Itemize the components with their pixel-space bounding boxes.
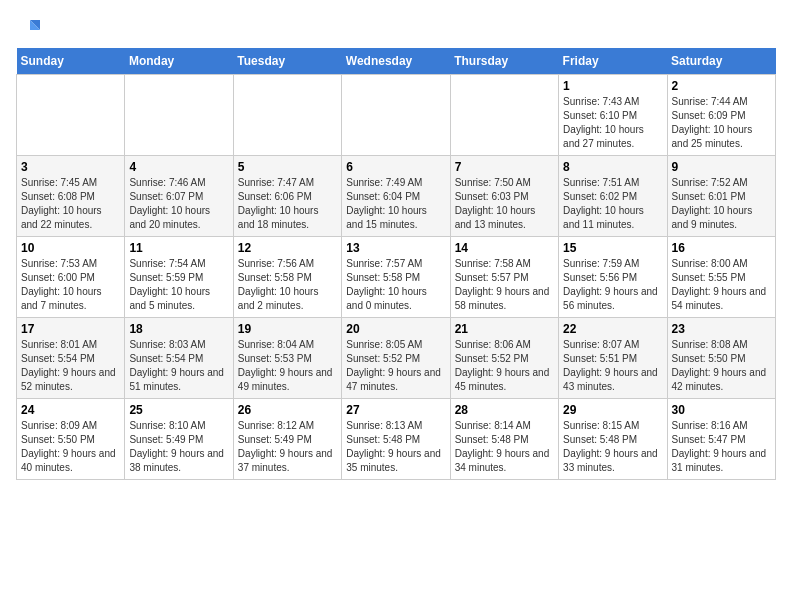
day-info: Sunrise: 7:54 AM Sunset: 5:59 PM Dayligh… <box>129 257 228 313</box>
day-number: 7 <box>455 160 554 174</box>
calendar-cell: 12Sunrise: 7:56 AM Sunset: 5:58 PM Dayli… <box>233 237 341 318</box>
day-info: Sunrise: 8:07 AM Sunset: 5:51 PM Dayligh… <box>563 338 662 394</box>
day-number: 14 <box>455 241 554 255</box>
day-number: 10 <box>21 241 120 255</box>
day-info: Sunrise: 8:15 AM Sunset: 5:48 PM Dayligh… <box>563 419 662 475</box>
calendar-cell: 17Sunrise: 8:01 AM Sunset: 5:54 PM Dayli… <box>17 318 125 399</box>
day-number: 27 <box>346 403 445 417</box>
weekday-header-saturday: Saturday <box>667 48 775 75</box>
day-number: 30 <box>672 403 771 417</box>
calendar-cell: 14Sunrise: 7:58 AM Sunset: 5:57 PM Dayli… <box>450 237 558 318</box>
day-info: Sunrise: 8:03 AM Sunset: 5:54 PM Dayligh… <box>129 338 228 394</box>
day-info: Sunrise: 8:16 AM Sunset: 5:47 PM Dayligh… <box>672 419 771 475</box>
calendar-cell: 11Sunrise: 7:54 AM Sunset: 5:59 PM Dayli… <box>125 237 233 318</box>
calendar-cell <box>342 75 450 156</box>
day-number: 13 <box>346 241 445 255</box>
day-info: Sunrise: 7:58 AM Sunset: 5:57 PM Dayligh… <box>455 257 554 313</box>
calendar-cell: 19Sunrise: 8:04 AM Sunset: 5:53 PM Dayli… <box>233 318 341 399</box>
calendar-cell <box>17 75 125 156</box>
logo-icon <box>16 16 40 40</box>
weekday-header-wednesday: Wednesday <box>342 48 450 75</box>
day-number: 23 <box>672 322 771 336</box>
calendar-cell: 28Sunrise: 8:14 AM Sunset: 5:48 PM Dayli… <box>450 399 558 480</box>
day-info: Sunrise: 7:56 AM Sunset: 5:58 PM Dayligh… <box>238 257 337 313</box>
calendar-cell: 9Sunrise: 7:52 AM Sunset: 6:01 PM Daylig… <box>667 156 775 237</box>
calendar-table: SundayMondayTuesdayWednesdayThursdayFrid… <box>16 48 776 480</box>
day-number: 4 <box>129 160 228 174</box>
calendar-cell: 18Sunrise: 8:03 AM Sunset: 5:54 PM Dayli… <box>125 318 233 399</box>
day-number: 26 <box>238 403 337 417</box>
calendar-cell: 2Sunrise: 7:44 AM Sunset: 6:09 PM Daylig… <box>667 75 775 156</box>
calendar-cell <box>450 75 558 156</box>
calendar-cell: 23Sunrise: 8:08 AM Sunset: 5:50 PM Dayli… <box>667 318 775 399</box>
day-info: Sunrise: 8:06 AM Sunset: 5:52 PM Dayligh… <box>455 338 554 394</box>
weekday-header-monday: Monday <box>125 48 233 75</box>
day-number: 16 <box>672 241 771 255</box>
calendar-cell: 25Sunrise: 8:10 AM Sunset: 5:49 PM Dayli… <box>125 399 233 480</box>
day-info: Sunrise: 8:14 AM Sunset: 5:48 PM Dayligh… <box>455 419 554 475</box>
calendar-cell: 7Sunrise: 7:50 AM Sunset: 6:03 PM Daylig… <box>450 156 558 237</box>
calendar-cell: 20Sunrise: 8:05 AM Sunset: 5:52 PM Dayli… <box>342 318 450 399</box>
calendar-cell: 30Sunrise: 8:16 AM Sunset: 5:47 PM Dayli… <box>667 399 775 480</box>
calendar-cell: 26Sunrise: 8:12 AM Sunset: 5:49 PM Dayli… <box>233 399 341 480</box>
day-info: Sunrise: 7:45 AM Sunset: 6:08 PM Dayligh… <box>21 176 120 232</box>
day-info: Sunrise: 7:51 AM Sunset: 6:02 PM Dayligh… <box>563 176 662 232</box>
day-number: 3 <box>21 160 120 174</box>
day-info: Sunrise: 7:52 AM Sunset: 6:01 PM Dayligh… <box>672 176 771 232</box>
day-number: 29 <box>563 403 662 417</box>
calendar-cell: 24Sunrise: 8:09 AM Sunset: 5:50 PM Dayli… <box>17 399 125 480</box>
day-number: 22 <box>563 322 662 336</box>
calendar-cell: 27Sunrise: 8:13 AM Sunset: 5:48 PM Dayli… <box>342 399 450 480</box>
day-number: 17 <box>21 322 120 336</box>
calendar-cell: 8Sunrise: 7:51 AM Sunset: 6:02 PM Daylig… <box>559 156 667 237</box>
calendar-cell: 13Sunrise: 7:57 AM Sunset: 5:58 PM Dayli… <box>342 237 450 318</box>
calendar-cell: 29Sunrise: 8:15 AM Sunset: 5:48 PM Dayli… <box>559 399 667 480</box>
day-number: 9 <box>672 160 771 174</box>
calendar-cell: 4Sunrise: 7:46 AM Sunset: 6:07 PM Daylig… <box>125 156 233 237</box>
day-info: Sunrise: 7:43 AM Sunset: 6:10 PM Dayligh… <box>563 95 662 151</box>
calendar-cell: 1Sunrise: 7:43 AM Sunset: 6:10 PM Daylig… <box>559 75 667 156</box>
day-number: 8 <box>563 160 662 174</box>
day-number: 15 <box>563 241 662 255</box>
day-info: Sunrise: 8:01 AM Sunset: 5:54 PM Dayligh… <box>21 338 120 394</box>
day-number: 1 <box>563 79 662 93</box>
day-number: 24 <box>21 403 120 417</box>
calendar-cell <box>233 75 341 156</box>
day-info: Sunrise: 7:53 AM Sunset: 6:00 PM Dayligh… <box>21 257 120 313</box>
calendar-cell: 5Sunrise: 7:47 AM Sunset: 6:06 PM Daylig… <box>233 156 341 237</box>
day-info: Sunrise: 8:04 AM Sunset: 5:53 PM Dayligh… <box>238 338 337 394</box>
day-info: Sunrise: 8:05 AM Sunset: 5:52 PM Dayligh… <box>346 338 445 394</box>
day-number: 6 <box>346 160 445 174</box>
day-number: 28 <box>455 403 554 417</box>
weekday-header-sunday: Sunday <box>17 48 125 75</box>
day-info: Sunrise: 7:46 AM Sunset: 6:07 PM Dayligh… <box>129 176 228 232</box>
day-info: Sunrise: 8:13 AM Sunset: 5:48 PM Dayligh… <box>346 419 445 475</box>
day-info: Sunrise: 7:59 AM Sunset: 5:56 PM Dayligh… <box>563 257 662 313</box>
day-info: Sunrise: 8:10 AM Sunset: 5:49 PM Dayligh… <box>129 419 228 475</box>
calendar-cell: 22Sunrise: 8:07 AM Sunset: 5:51 PM Dayli… <box>559 318 667 399</box>
calendar-cell: 10Sunrise: 7:53 AM Sunset: 6:00 PM Dayli… <box>17 237 125 318</box>
day-number: 11 <box>129 241 228 255</box>
day-number: 20 <box>346 322 445 336</box>
day-info: Sunrise: 7:44 AM Sunset: 6:09 PM Dayligh… <box>672 95 771 151</box>
calendar-cell: 3Sunrise: 7:45 AM Sunset: 6:08 PM Daylig… <box>17 156 125 237</box>
day-info: Sunrise: 8:09 AM Sunset: 5:50 PM Dayligh… <box>21 419 120 475</box>
day-number: 25 <box>129 403 228 417</box>
day-number: 2 <box>672 79 771 93</box>
header <box>16 16 776 40</box>
day-number: 5 <box>238 160 337 174</box>
day-info: Sunrise: 8:08 AM Sunset: 5:50 PM Dayligh… <box>672 338 771 394</box>
weekday-header-thursday: Thursday <box>450 48 558 75</box>
calendar-cell: 21Sunrise: 8:06 AM Sunset: 5:52 PM Dayli… <box>450 318 558 399</box>
day-number: 18 <box>129 322 228 336</box>
calendar-cell: 6Sunrise: 7:49 AM Sunset: 6:04 PM Daylig… <box>342 156 450 237</box>
calendar-cell <box>125 75 233 156</box>
day-number: 12 <box>238 241 337 255</box>
day-info: Sunrise: 7:50 AM Sunset: 6:03 PM Dayligh… <box>455 176 554 232</box>
day-info: Sunrise: 7:57 AM Sunset: 5:58 PM Dayligh… <box>346 257 445 313</box>
day-info: Sunrise: 7:49 AM Sunset: 6:04 PM Dayligh… <box>346 176 445 232</box>
weekday-header-friday: Friday <box>559 48 667 75</box>
day-number: 21 <box>455 322 554 336</box>
day-info: Sunrise: 8:12 AM Sunset: 5:49 PM Dayligh… <box>238 419 337 475</box>
calendar-cell: 15Sunrise: 7:59 AM Sunset: 5:56 PM Dayli… <box>559 237 667 318</box>
